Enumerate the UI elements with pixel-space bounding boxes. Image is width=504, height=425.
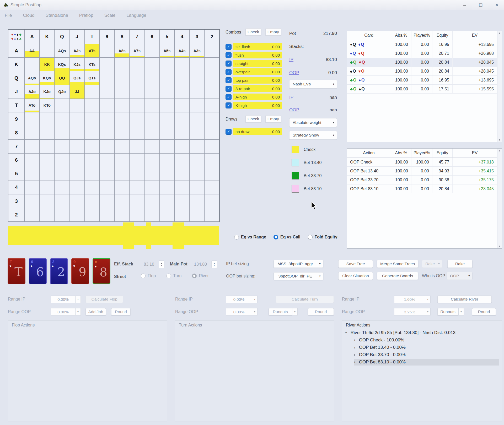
matrix-cell-KTs[interactable]: KTs: [85, 58, 100, 71]
matrix-cell[interactable]: [190, 154, 205, 167]
matrix-cell[interactable]: [175, 126, 190, 140]
matrix-cell[interactable]: [70, 194, 85, 208]
matrix-cell[interactable]: [100, 99, 115, 112]
matrix-cell[interactable]: [175, 112, 190, 126]
matrix-cell[interactable]: [85, 85, 100, 99]
matrix-cell-QJo[interactable]: QJo: [55, 85, 69, 99]
matrix-cell[interactable]: [160, 140, 175, 153]
matrix-cell[interactable]: [55, 140, 69, 153]
matrix-cell[interactable]: [160, 126, 175, 140]
strategy-mode-dropdown[interactable]: Strategy Show ▼: [289, 131, 337, 140]
matrix-cell-A8s[interactable]: A8s: [115, 44, 130, 58]
matrix-cell[interactable]: [100, 208, 115, 222]
matrix-cell[interactable]: [100, 140, 115, 153]
matrix-cell[interactable]: [40, 154, 55, 167]
menu-item-standalone[interactable]: Standalone: [46, 13, 68, 18]
chevron-down-icon[interactable]: ▼: [75, 296, 81, 303]
matrix-cell[interactable]: [145, 85, 160, 99]
matrix-cell[interactable]: [85, 194, 100, 208]
matrix-cell[interactable]: [145, 44, 160, 58]
matrix-cell[interactable]: [190, 85, 205, 99]
matrix-cell[interactable]: [175, 194, 190, 208]
matrix-cell[interactable]: [190, 126, 205, 140]
card-table-row[interactable]: ♠Q♦Q100.000.0016.95+13.695: [347, 40, 502, 49]
strategy-strip[interactable]: [8, 226, 219, 245]
matrix-cell-KQs[interactable]: KQs: [55, 58, 69, 71]
range-oop-field[interactable]: 3.25%: [394, 308, 425, 315]
radio-icon[interactable]: [192, 274, 197, 278]
matrix-cell[interactable]: [55, 154, 69, 167]
chevron-collapsed-icon[interactable]: ›: [354, 352, 355, 357]
matrix-cell[interactable]: [175, 167, 190, 181]
clear-situation-button[interactable]: Clear Situation: [338, 272, 373, 280]
matrix-cell[interactable]: [160, 208, 175, 222]
matrix-cell[interactable]: [205, 167, 219, 181]
eff-stack-value[interactable]: 83,10: [144, 262, 154, 267]
menu-item-file[interactable]: File: [5, 13, 12, 18]
board-card-6d[interactable]: 6♦6: [29, 258, 47, 284]
radio-icon[interactable]: [141, 274, 146, 278]
matrix-cell[interactable]: [175, 71, 190, 85]
matrix-cell[interactable]: [205, 44, 219, 58]
board-card-Th[interactable]: T♥T: [8, 258, 25, 284]
matrix-cell[interactable]: [175, 58, 190, 71]
matrix-cell[interactable]: [145, 194, 160, 208]
action-table-row[interactable]: OOP Bet 13.40100.000.0094.93+35.415: [347, 167, 502, 176]
chevron-collapsed-icon[interactable]: ›: [354, 345, 355, 350]
runouts-button[interactable]: Runouts: [269, 308, 292, 315]
ip-stack-link[interactable]: IP: [289, 57, 293, 62]
matrix-cell[interactable]: [25, 208, 40, 222]
matrix-cell[interactable]: [130, 140, 144, 153]
round-button[interactable]: Round: [111, 308, 131, 315]
who-is-oop-dropdown[interactable]: OOP ▼: [447, 272, 473, 280]
matrix-cell-ATo[interactable]: ATo: [25, 99, 40, 112]
card-table-row[interactable]: ♠Q♥Q100.000.0020.84+28.045: [347, 67, 502, 76]
matrix-cell-AQo[interactable]: AQo: [25, 71, 40, 85]
matrix-cell[interactable]: [115, 194, 130, 208]
matrix-cell[interactable]: [175, 208, 190, 222]
oop-sizing-dropdown[interactable]: 3bpotOOP_dlr_PE ▼: [274, 272, 323, 280]
matrix-cell[interactable]: [70, 154, 85, 167]
matrix-cell[interactable]: [115, 71, 130, 85]
matrix-cell[interactable]: [190, 208, 205, 222]
generate-boards-button[interactable]: Generate Boards: [377, 272, 418, 280]
matrix-cell[interactable]: [40, 44, 55, 58]
river-tree-node[interactable]: ›OOP Check - 100.00%: [354, 337, 499, 344]
chevron-down-icon[interactable]: ▼: [75, 308, 81, 315]
matrix-cell-KK[interactable]: KK: [40, 58, 55, 71]
radio-street-flop[interactable]: Flop: [141, 274, 156, 278]
matrix-cell[interactable]: [115, 126, 130, 140]
calculate-river-button[interactable]: Calculate River: [437, 296, 492, 303]
matrix-cell[interactable]: [55, 194, 69, 208]
matrix-cell[interactable]: [130, 167, 144, 181]
card-table-row[interactable]: ♣Q♦Q100.000.0016.95+13.695: [347, 76, 502, 85]
matrix-cell[interactable]: [100, 44, 115, 58]
radio-eq-vs-call[interactable]: Eq vs Call: [274, 235, 300, 239]
board-card-9h[interactable]: 9♥9: [71, 258, 89, 284]
matrix-cell[interactable]: [190, 194, 205, 208]
radio-street-turn[interactable]: Turn: [166, 274, 181, 278]
matrix-cell[interactable]: [85, 99, 100, 112]
matrix-cell[interactable]: [55, 181, 69, 194]
matrix-cell[interactable]: [205, 126, 219, 140]
matrix-cell[interactable]: [130, 126, 144, 140]
checkbox-checked-icon[interactable]: ✓: [226, 44, 232, 50]
matrix-cell[interactable]: [145, 58, 160, 71]
matrix-cell[interactable]: [145, 112, 160, 126]
chevron-down-icon[interactable]: ▼: [292, 308, 298, 315]
scroll-down-icon[interactable]: ▼: [498, 139, 501, 141]
matrix-cell[interactable]: [40, 140, 55, 153]
matrix-cell-QQ[interactable]: QQ: [55, 71, 69, 85]
rake-dropdown[interactable]: Rake ▼: [422, 260, 442, 268]
matrix-cell[interactable]: [145, 126, 160, 140]
matrix-cell[interactable]: [70, 99, 85, 112]
matrix-cell[interactable]: [55, 112, 69, 126]
matrix-cell[interactable]: [100, 181, 115, 194]
matrix-cell[interactable]: [130, 154, 144, 167]
matrix-cell[interactable]: [40, 112, 55, 126]
combos-empty-button[interactable]: Empty: [265, 28, 281, 36]
matrix-cell-AJs[interactable]: AJs: [70, 44, 85, 58]
matrix-cell[interactable]: [205, 208, 219, 222]
chevron-down-icon[interactable]: ▼: [458, 308, 464, 315]
matrix-cell[interactable]: [145, 181, 160, 194]
